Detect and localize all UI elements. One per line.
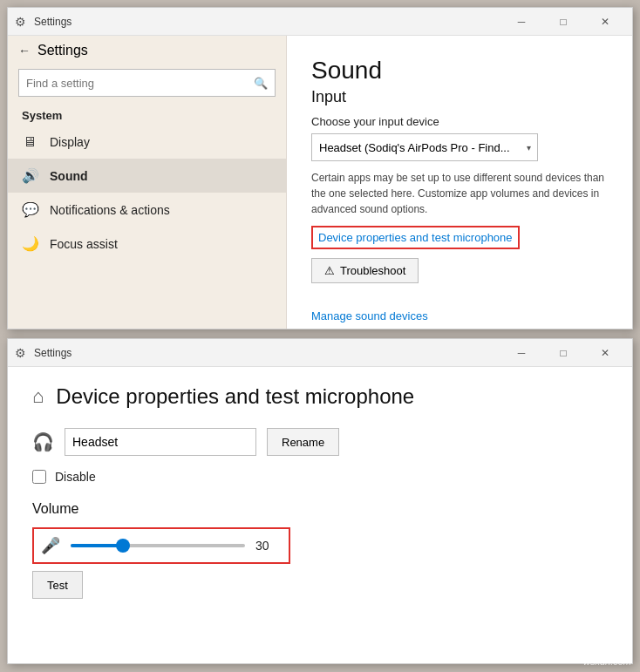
w2-header: ⌂ Device properties and test microphone bbox=[32, 384, 608, 409]
troubleshoot-button[interactable]: ⚠ Troubleshoot bbox=[311, 258, 419, 283]
settings-icon: ⚙ bbox=[15, 15, 29, 29]
search-input[interactable] bbox=[26, 77, 254, 90]
device-properties-link[interactable]: Device properties and test microphone bbox=[311, 226, 520, 249]
input-device-row: Headset (Sodiq's AirPods Pro - Find... ▾ bbox=[311, 133, 608, 161]
disable-checkbox[interactable] bbox=[32, 470, 46, 484]
disable-row: Disable bbox=[32, 470, 608, 484]
back-arrow-icon: ← bbox=[18, 44, 31, 58]
info-text: Certain apps may be set up to use differ… bbox=[311, 170, 608, 217]
volume-slider[interactable] bbox=[71, 537, 245, 554]
volume-section-title: Volume bbox=[32, 501, 608, 517]
back-button[interactable]: ← Settings bbox=[8, 36, 286, 65]
headset-icon: 🎧 bbox=[32, 431, 54, 452]
window2: ⚙ Settings ─ □ ✕ ⌂ Device properties and… bbox=[7, 338, 633, 664]
sound-icon: 🔊 bbox=[22, 167, 37, 184]
titlebar-1-title: Settings bbox=[34, 16, 501, 28]
input-section-title: Input bbox=[311, 88, 608, 106]
focus-icon: 🌙 bbox=[22, 235, 37, 252]
titlebar-1-controls: ─ □ ✕ bbox=[501, 8, 625, 36]
titlebar-1: ⚙ Settings ─ □ ✕ bbox=[8, 8, 632, 36]
search-box[interactable]: 🔍 bbox=[18, 69, 276, 97]
notifications-icon: 💬 bbox=[22, 201, 37, 218]
test-button[interactable]: Test bbox=[32, 571, 83, 599]
display-icon: 🖥 bbox=[22, 134, 37, 150]
sidebar-section-title: System bbox=[8, 104, 286, 126]
device-row: 🎧 Rename bbox=[32, 428, 608, 456]
watermark: wsxdn.com bbox=[583, 656, 631, 667]
titlebar-2-title: Settings bbox=[34, 347, 501, 359]
maximize-button-2[interactable]: □ bbox=[543, 339, 583, 367]
page-title: Sound bbox=[311, 57, 608, 85]
sidebar-item-sound-label: Sound bbox=[50, 169, 88, 183]
window2-body: ⌂ Device properties and test microphone … bbox=[8, 367, 632, 663]
window1-body: ← Settings 🔍 System 🖥 Display 🔊 Sound 💬 … bbox=[8, 36, 632, 329]
home-icon: ⌂ bbox=[32, 385, 44, 408]
w2-title: Device properties and test microphone bbox=[56, 384, 414, 409]
sidebar: ← Settings 🔍 System 🖥 Display 🔊 Sound 💬 … bbox=[8, 36, 287, 329]
volume-fill bbox=[71, 544, 123, 547]
sidebar-item-focus-label: Focus assist bbox=[50, 237, 118, 251]
main-content: Sound Input Choose your input device Hea… bbox=[287, 36, 632, 329]
close-button-2[interactable]: ✕ bbox=[585, 339, 625, 367]
search-icon-btn[interactable]: 🔍 bbox=[254, 77, 268, 90]
titlebar-2-controls: ─ □ ✕ bbox=[501, 339, 625, 367]
minimize-button-2[interactable]: ─ bbox=[501, 339, 541, 367]
volume-value: 30 bbox=[255, 539, 280, 553]
minimize-button-1[interactable]: ─ bbox=[501, 8, 541, 36]
mic-icon: 🎤 bbox=[41, 536, 60, 555]
window1: ⚙ Settings ─ □ ✕ ← Settings 🔍 System 🖥 D… bbox=[7, 7, 633, 329]
volume-row: 🎤 30 bbox=[32, 527, 290, 564]
warning-icon: ⚠ bbox=[324, 264, 335, 277]
close-button-1[interactable]: ✕ bbox=[585, 8, 625, 36]
disable-label: Disable bbox=[55, 470, 96, 484]
sidebar-item-focus[interactable]: 🌙 Focus assist bbox=[8, 227, 286, 261]
titlebar-2: ⚙ Settings ─ □ ✕ bbox=[8, 339, 632, 367]
input-device-dropdown-wrapper: Headset (Sodiq's AirPods Pro - Find... ▾ bbox=[311, 133, 538, 161]
sidebar-item-display[interactable]: 🖥 Display bbox=[8, 126, 286, 159]
sidebar-item-display-label: Display bbox=[50, 135, 90, 149]
choose-device-label: Choose your input device bbox=[311, 115, 608, 128]
device-name-input[interactable] bbox=[65, 428, 256, 456]
sidebar-item-sound[interactable]: 🔊 Sound bbox=[8, 159, 286, 193]
troubleshoot-label: Troubleshoot bbox=[340, 264, 405, 277]
sidebar-item-notifications-label: Notifications & actions bbox=[50, 203, 170, 217]
back-label: Settings bbox=[37, 43, 88, 58]
manage-sound-devices-link[interactable]: Manage sound devices bbox=[311, 309, 428, 322]
settings-icon-2: ⚙ bbox=[15, 346, 29, 360]
sidebar-item-notifications[interactable]: 💬 Notifications & actions bbox=[8, 193, 286, 227]
input-device-dropdown[interactable]: Headset (Sodiq's AirPods Pro - Find... bbox=[311, 133, 538, 161]
volume-thumb[interactable] bbox=[116, 539, 130, 553]
maximize-button-1[interactable]: □ bbox=[543, 8, 583, 36]
rename-button[interactable]: Rename bbox=[267, 428, 339, 456]
